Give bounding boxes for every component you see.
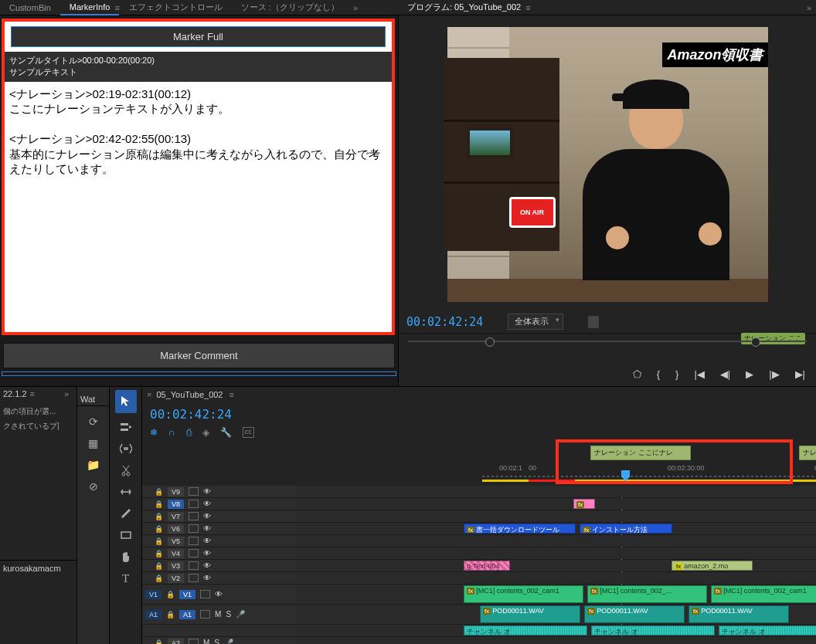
marker-comment-button[interactable]: Marker Comment <box>3 343 395 368</box>
eye-icon[interactable]: 👁 <box>203 537 211 545</box>
transport-step-back-icon[interactable]: ◀| <box>720 368 730 380</box>
tab-source[interactable]: ソース :（クリップなし） <box>232 0 348 15</box>
program-mini-timeline[interactable]: ナレーション ここ <box>399 334 816 365</box>
track-toggle[interactable] <box>189 574 199 582</box>
sequence-name[interactable]: 05_YouTube_002 <box>156 390 223 399</box>
slip-tool-icon[interactable] <box>120 486 132 500</box>
grid-icon[interactable]: ▦ <box>88 437 98 449</box>
clip[interactable]: fxPOD00011.WAV <box>480 605 580 623</box>
track-select-tool-icon[interactable] <box>120 421 132 435</box>
lock-icon[interactable]: 🔒 <box>155 575 163 582</box>
eye-icon[interactable]: 👁 <box>215 590 223 598</box>
ripple-edit-tool-icon[interactable] <box>120 442 132 456</box>
track-toggle[interactable] <box>189 561 199 570</box>
program-tab[interactable]: プログラム: 05_YouTube_002 <box>398 0 530 15</box>
track-toggle[interactable] <box>189 537 199 545</box>
track-label[interactable]: A2 <box>168 639 184 645</box>
eye-icon[interactable]: 👁 <box>203 524 211 533</box>
pen-tool-icon[interactable] <box>120 507 132 521</box>
clip[interactable]: チャンネル オ <box>719 625 816 636</box>
program-timecode[interactable]: 00:02:42:24 <box>406 315 483 329</box>
track-toggle[interactable] <box>189 500 199 508</box>
track-label[interactable]: V7 <box>168 512 184 521</box>
captions-icon[interactable]: cc <box>243 427 254 438</box>
wat-tab[interactable]: Wat <box>77 393 109 406</box>
track-toggle[interactable] <box>189 524 199 533</box>
clip[interactable]: fx <box>573 499 595 509</box>
tabs-overflow-icon[interactable]: » <box>348 3 362 12</box>
timeline-tracks[interactable]: 🔒V9👁🔒V8👁fx🔒V7👁🔒V6👁fx書一括ダウンロードツールfxインストール… <box>142 486 816 644</box>
track-label[interactable]: A1 <box>179 610 196 619</box>
track-label[interactable]: V1 <box>179 590 196 599</box>
ruler-marker[interactable]: ナレーション 基本的にナレ <box>799 446 816 460</box>
track-label[interactable]: V2 <box>168 574 184 583</box>
clip[interactable]: fx書一括ダウンロードツール <box>464 524 576 534</box>
track-toggle[interactable] <box>189 549 199 558</box>
track-label[interactable]: V8 <box>168 500 184 509</box>
close-sequence-icon[interactable]: × <box>147 390 151 399</box>
transport-goto-out-icon[interactable]: ▶| <box>795 368 805 380</box>
lock-icon[interactable]: 🔒 <box>155 513 163 520</box>
source-patch[interactable]: V1 <box>145 590 162 599</box>
razor-tool-icon[interactable] <box>120 464 132 478</box>
eye-icon[interactable]: 👁 <box>203 500 211 508</box>
folder-icon[interactable]: 📁 <box>87 459 100 471</box>
snap-icon[interactable]: ❄ <box>150 427 158 438</box>
source-patch[interactable]: A1 <box>145 610 162 619</box>
mute-icon[interactable]: M <box>203 639 209 644</box>
rectangle-tool-icon[interactable] <box>120 529 132 543</box>
lock-icon[interactable]: 🔒 <box>155 488 163 496</box>
solo-icon[interactable]: S <box>226 610 231 619</box>
refresh-icon[interactable]: ⟳ <box>89 415 98 428</box>
selection-tool-icon[interactable] <box>115 390 137 413</box>
sequence-menu-icon[interactable]: ≡ <box>230 390 234 399</box>
lock-icon[interactable]: 🔒 <box>155 639 163 645</box>
view-mode-dropdown[interactable]: 全体表示 <box>508 314 563 330</box>
magnet-icon[interactable]: ∩ <box>168 427 175 438</box>
voiceover-icon[interactable]: 🎤 <box>224 639 233 644</box>
project-tab[interactable]: 22.1.2 <box>3 389 27 398</box>
eye-icon[interactable]: 👁 <box>203 574 211 582</box>
tab-custombin[interactable]: CustomBin <box>0 1 60 15</box>
program-overflow-icon[interactable]: » <box>802 3 816 12</box>
track-toggle[interactable] <box>189 639 199 644</box>
eye-icon[interactable]: 👁 <box>203 549 211 558</box>
program-menu-icon[interactable]: ≡ <box>525 3 530 12</box>
lock-icon[interactable]: 🔒 <box>166 591 175 598</box>
transport-in-icon[interactable]: { <box>657 368 660 380</box>
program-monitor[interactable]: ON AIR Amazon領収書 <box>399 15 816 310</box>
track-label[interactable]: V6 <box>168 524 184 534</box>
timeline-ruler[interactable]: ナレーション ここにナレナレーション 基本的にナレ 00:02:10000:02… <box>142 439 816 486</box>
sequence-timecode[interactable]: 00:02:42:24 <box>142 407 240 422</box>
track-toggle[interactable] <box>189 487 199 496</box>
marker-body-text[interactable]: <ナレーション>02:19-02:31(00:12) ここにナレーションテキスト… <box>5 82 392 332</box>
track-toggle[interactable] <box>200 590 210 598</box>
solo-icon[interactable]: S <box>214 639 219 644</box>
track-toggle[interactable] <box>200 610 210 619</box>
transport-add-marker-icon[interactable]: ⬠ <box>633 368 641 380</box>
track-label[interactable]: V5 <box>168 537 184 546</box>
disable-icon[interactable]: ⊘ <box>89 480 98 493</box>
lock-icon[interactable]: 🔒 <box>155 525 163 533</box>
marker-full-button[interactable]: Marker Full <box>11 26 386 47</box>
lock-icon[interactable]: 🔒 <box>155 500 163 508</box>
clip[interactable]: fxamazon_2.mo <box>672 561 753 571</box>
transport-goto-in-icon[interactable]: |◀ <box>694 368 704 380</box>
mute-icon[interactable]: M <box>215 610 221 619</box>
track-label[interactable]: V4 <box>168 549 184 558</box>
lock-icon[interactable]: 🔒 <box>155 550 163 558</box>
type-tool-icon[interactable]: T <box>122 572 129 585</box>
hand-tool-icon[interactable] <box>120 551 132 564</box>
tab-effect-control[interactable]: エフェクトコントロール <box>120 0 232 15</box>
transport-step-fwd-icon[interactable]: |▶ <box>769 368 779 380</box>
clip[interactable]: g-Text-004 <box>464 561 510 571</box>
lock-icon[interactable]: 🔒 <box>166 611 175 619</box>
clip[interactable]: fxPOD00011.WAV <box>688 605 789 623</box>
clip[interactable]: fxインストール方法 <box>580 524 672 534</box>
clip[interactable]: fx[MC1] contents_002_cam1 <box>464 585 583 603</box>
voiceover-icon[interactable]: 🎤 <box>236 610 245 619</box>
clip[interactable]: fxPOD00011.WAV <box>584 605 685 623</box>
transport-out-icon[interactable]: } <box>675 368 678 380</box>
wrench-icon[interactable]: 🔧 <box>220 427 232 438</box>
eye-icon[interactable]: 👁 <box>203 561 211 570</box>
